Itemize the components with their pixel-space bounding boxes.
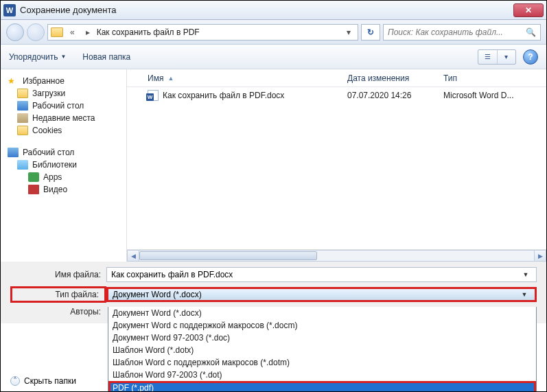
refresh-icon: ↻ [367,27,374,37]
video-icon [28,185,39,194]
address-bar[interactable]: « ▸ Как сохранить файл в PDF ▾ [47,24,358,41]
apps-icon [28,172,39,182]
filetype-value: Документ Word (*.docx) [113,290,202,299]
view-list-icon: ☰ [478,50,498,64]
toolbar: Упорядочить ▼ Новая папка ☰ ▾ ? [1,45,546,69]
desktop-icon [17,101,28,111]
column-header-name[interactable]: Имя ▲ [134,73,347,83]
filetype-option[interactable]: Документ Word (*.docx) [108,307,536,319]
new-folder-button[interactable]: Новая папка [82,52,130,62]
chevron-down-icon: ▼ [60,54,66,60]
nav-forward-button[interactable] [27,23,45,41]
refresh-button[interactable]: ↻ [361,24,380,41]
filetype-option-pdf[interactable]: PDF (*.pdf) [108,381,536,392]
folder-icon [51,27,63,37]
filetype-option[interactable]: Документ Word 97-2003 (*.doc) [108,332,536,344]
sidebar-item-video[interactable]: Видео [1,183,126,196]
expand-folders-button[interactable]: ˄ [10,376,20,386]
help-button[interactable]: ? [523,49,538,65]
dropdown-icon[interactable]: ▼ [520,271,532,278]
sidebar-item-desktop-root[interactable]: Рабочий стол [1,146,126,159]
sort-asc-icon: ▲ [167,75,174,82]
scroll-thumb[interactable] [139,251,317,260]
column-header-date[interactable]: Дата изменения [347,73,443,83]
new-folder-label: Новая папка [82,52,130,62]
file-list-area: Имя ▲ Дата изменения Тип Как сохранить ф… [127,69,546,262]
filetype-select[interactable]: Документ Word (*.docx) ▼ [106,287,537,302]
sidebar-item-desktop[interactable]: Рабочий стол [1,100,126,112]
search-icon: 🔍 [526,27,536,37]
sidebar-item-label: Библиотеки [32,160,77,170]
organize-button[interactable]: Упорядочить ▼ [9,52,66,62]
scroll-right-icon[interactable]: ▶ [534,250,546,262]
column-label: Имя [148,73,163,83]
sidebar-item-libraries[interactable]: Библиотеки [1,159,126,171]
filename-label: Имя файла: [10,270,106,279]
sidebar-item-label: Рабочий стол [32,101,84,111]
horizontal-scrollbar[interactable]: ◀ ▶ [127,249,546,262]
sidebar: ★ Избранное Загрузки Рабочий стол Недавн… [1,69,127,262]
address-dropdown-icon[interactable]: ▾ [342,27,355,37]
authors-label: Авторы: [10,307,106,316]
help-icon: ? [528,52,533,62]
sidebar-item-label: Рабочий стол [23,148,74,157]
title-bar: W Сохранение документа ✕ [1,1,546,20]
breadcrumb-separator-icon: ▸ [82,27,94,37]
scroll-left-icon[interactable]: ◀ [127,250,139,262]
filename-value: Как сохранить файл в PDF.docx [111,270,233,279]
libraries-icon [17,160,28,170]
sidebar-item-label: Cookies [32,126,62,135]
recent-icon [17,113,28,123]
file-row[interactable]: Как сохранить файл в PDF.docx 07.07.2020… [127,87,546,104]
breadcrumb-current[interactable]: Как сохранить файл в PDF [97,27,200,37]
view-dropdown-icon: ▾ [498,50,516,64]
sidebar-item-favorites[interactable]: ★ Избранное [1,75,126,87]
chevron-up-icon: ˄ [13,376,17,386]
breadcrumb-collapse[interactable]: « [66,27,79,37]
desktop-icon [8,148,19,157]
sidebar-item-cookies[interactable]: Cookies [1,124,126,137]
word-app-icon: W [3,4,16,16]
folder-icon [17,126,28,135]
close-icon: ✕ [525,5,532,15]
sidebar-item-label: Видео [43,185,67,194]
window-title: Сохранение документа [20,5,513,15]
file-name-label: Как сохранить файл в PDF.docx [163,91,284,100]
sidebar-item-recent[interactable]: Недавние места [1,112,126,124]
scroll-track[interactable] [139,250,534,262]
view-mode-button[interactable]: ☰ ▾ [478,49,516,65]
sidebar-item-label: Apps [43,172,62,182]
filetype-dropdown: Документ Word (*.docx) Документ Word с п… [108,307,537,392]
sidebar-item-apps[interactable]: Apps [1,171,126,183]
sidebar-item-label: Избранное [23,76,65,86]
filetype-option[interactable]: Шаблон Word (*.dotx) [108,344,536,356]
sidebar-item-label: Недавние места [32,113,95,123]
filetype-option[interactable]: Документ Word с поддержкой макросов (*.d… [108,319,536,332]
hide-folders-link[interactable]: Скрыть папки [24,376,76,386]
column-header-type[interactable]: Тип [443,73,539,83]
star-icon: ★ [8,76,19,86]
search-box[interactable]: 🔍 [383,24,541,41]
filename-input[interactable]: Как сохранить файл в PDF.docx ▼ [106,267,537,282]
filetype-option[interactable]: Шаблон Word с поддержкой макросов (*.dot… [108,356,536,369]
filetype-option[interactable]: Шаблон Word 97-2003 (*.dot) [108,369,536,381]
search-input[interactable] [388,27,526,37]
file-date-label: 07.07.2020 14:26 [347,91,443,100]
nav-back-button[interactable] [6,23,24,41]
file-type-label: Microsoft Word D... [443,91,539,100]
main-area: ★ Избранное Загрузки Рабочий стол Недавн… [1,69,546,262]
close-button[interactable]: ✕ [513,3,544,17]
folder-icon [17,89,28,98]
filetype-label: Тип файла: [10,286,106,303]
dropdown-icon[interactable]: ▼ [518,291,531,298]
sidebar-item-downloads[interactable]: Загрузки [1,87,126,100]
file-list-header: Имя ▲ Дата изменения Тип [127,69,546,87]
footer: ˄ Скрыть папки [10,376,76,386]
organize-label: Упорядочить [9,52,58,62]
sidebar-item-label: Загрузки [32,89,65,98]
navigation-bar: « ▸ Как сохранить файл в PDF ▾ ↻ 🔍 [1,20,546,45]
docx-file-icon [148,90,159,101]
